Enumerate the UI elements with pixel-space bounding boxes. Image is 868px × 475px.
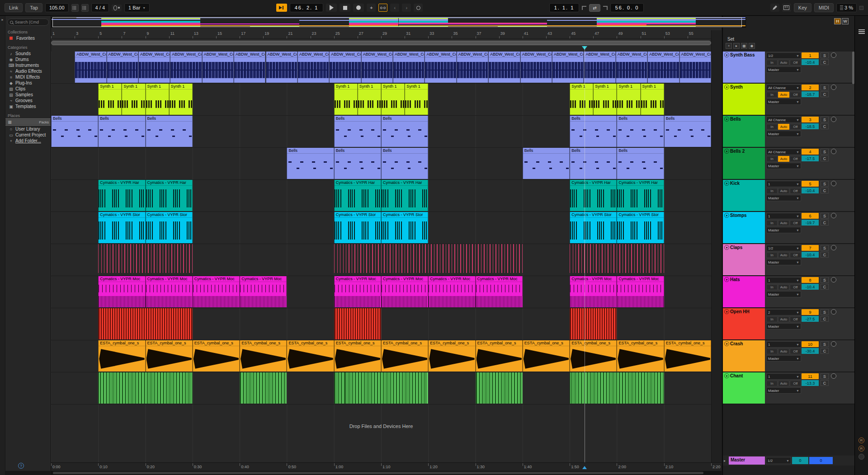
track-header-row[interactable]: ▾BellsAll Channe▼InAutoOffMaster▼3-18.5S… xyxy=(723,116,854,148)
monitor-auto-button[interactable]: Auto xyxy=(778,124,789,130)
master-track-row[interactable]: ▸ Master 1/2▼ 0 0 xyxy=(723,456,854,466)
follow-button[interactable] xyxy=(276,4,287,12)
input-routing-select[interactable]: 1/2▼ xyxy=(766,52,801,59)
monitor-auto-button[interactable]: Auto xyxy=(778,60,789,66)
clip[interactable]: Cymatics - VYPR Moc xyxy=(476,276,523,307)
clip[interactable] xyxy=(570,244,664,275)
time-signature-display[interactable]: 4 / 4 xyxy=(91,3,109,12)
clip[interactable]: Bells xyxy=(617,148,664,179)
track-lane-synth-bass[interactable]: ABDW_West_Coast_ABDW_West_Coast_ABDW_Wes… xyxy=(51,52,711,84)
arm-record-button[interactable] xyxy=(831,373,836,379)
scrollbar-handle[interactable] xyxy=(53,472,703,474)
master-routing-select[interactable]: 1/2▼ xyxy=(766,457,791,464)
pan-knob[interactable]: C xyxy=(821,316,829,322)
clip[interactable]: Synth 1 xyxy=(405,84,428,115)
track-name-cell[interactable]: ▾Chant xyxy=(723,372,765,404)
track-header-row[interactable]: ▾Claps1/2▼InAutoOffMaster▼7-10.4SC xyxy=(723,244,854,276)
monitor-off-button[interactable]: Off xyxy=(790,92,801,98)
clip[interactable]: Bells xyxy=(570,116,617,147)
nudge-up-button[interactable] xyxy=(81,4,89,12)
clip[interactable]: ESTA_cymbal_one_s xyxy=(146,340,193,372)
arm-record-button[interactable] xyxy=(831,277,836,282)
track-volume-value[interactable]: -18.7 xyxy=(802,91,819,97)
track-name-cell[interactable]: ▾Claps xyxy=(723,244,765,275)
solo-button[interactable]: S xyxy=(821,341,829,347)
output-routing-select[interactable]: Master▼ xyxy=(766,66,801,73)
clip[interactable] xyxy=(334,372,429,404)
monitor-off-button[interactable]: Off xyxy=(790,284,801,290)
clip[interactable]: Bells xyxy=(570,148,617,179)
arm-record-button[interactable] xyxy=(831,309,836,315)
master-unfold-icon[interactable]: ▸ xyxy=(724,459,728,463)
clip[interactable]: Synth 1 xyxy=(98,84,122,115)
track-name-cell[interactable]: ▾Crash xyxy=(723,340,765,372)
clip[interactable]: ABDW_West_Coast_ xyxy=(297,52,329,83)
output-routing-select[interactable]: Master▼ xyxy=(766,227,801,233)
monitor-in-button[interactable]: In xyxy=(766,188,778,194)
clip[interactable]: Cymatics - VYPR Moc xyxy=(146,276,193,307)
clip[interactable]: ESTA_cymbal_one_s xyxy=(476,340,523,372)
pan-knob[interactable]: C xyxy=(821,155,829,161)
clip[interactable]: Synth 1 xyxy=(122,84,145,115)
arm-record-button[interactable] xyxy=(831,245,836,250)
clip[interactable]: Cymatics - VYPR Har xyxy=(381,180,428,211)
monitor-in-button[interactable]: In xyxy=(766,252,778,258)
sidebar-item-audio-effects[interactable]: ≈Audio Effects xyxy=(5,68,51,74)
computer-midi-keyboard-button[interactable] xyxy=(782,4,791,12)
track-lane-crash[interactable]: ESTA_cymbal_one_sESTA_cymbal_one_sESTA_c… xyxy=(51,340,711,372)
track-name-cell[interactable]: ▾Kick xyxy=(723,180,765,211)
monitor-off-button[interactable]: Off xyxy=(790,252,801,258)
clip[interactable]: Synth 1 xyxy=(570,84,593,115)
clip[interactable]: ABDW_West_Coast_ xyxy=(329,52,361,83)
key-map-button[interactable]: Key xyxy=(794,3,811,12)
clip[interactable]: Synth 1 xyxy=(381,84,405,115)
browser-collapse-strip[interactable]: ▸ xyxy=(0,16,5,475)
clip[interactable]: ABDW_West_Coast_ xyxy=(107,52,138,83)
input-routing-select[interactable]: All Channe▼ xyxy=(766,85,801,91)
sidebar-item-clips[interactable]: ▧Clips xyxy=(5,86,51,92)
clip[interactable]: Synth 1 xyxy=(641,84,664,115)
track-volume-value[interactable]: -10.4 xyxy=(802,188,819,193)
beat-time-ruler[interactable]: 1357911131517192123252729313335373941434… xyxy=(51,30,711,39)
sidebar-item-grooves[interactable]: ~Grooves xyxy=(5,98,51,103)
reenable-automation-button[interactable]: ‹ xyxy=(390,4,399,12)
clip[interactable]: Bells xyxy=(334,116,381,147)
arm-record-button[interactable] xyxy=(831,341,836,347)
clip[interactable]: ABDW_West_Coast_ xyxy=(266,52,297,83)
clip[interactable]: ABDW_West_Coast_ xyxy=(170,52,202,83)
input-routing-select[interactable]: All Channe▼ xyxy=(766,117,801,123)
clip[interactable]: Bells xyxy=(664,116,711,147)
clip[interactable]: ABDW_West_Coast_ xyxy=(75,52,106,83)
pan-knob[interactable]: C xyxy=(821,123,829,129)
track-lane-chant[interactable] xyxy=(51,372,711,404)
clip[interactable]: Bells xyxy=(51,116,98,147)
pan-knob[interactable]: C xyxy=(821,91,829,97)
clip[interactable]: Cymatics - VYPR Stor xyxy=(146,212,193,243)
sidebar-item-current-project[interactable]: ▭Current Project xyxy=(5,132,51,138)
clip[interactable]: ABDW_West_Coast_ xyxy=(520,52,552,83)
arm-record-button[interactable] xyxy=(831,181,836,186)
track-volume-value[interactable]: -10.4 xyxy=(802,284,819,290)
arrangement-overview[interactable] xyxy=(51,17,746,28)
metronome-button[interactable] xyxy=(112,5,122,11)
browser-search[interactable] xyxy=(7,19,49,26)
track-volume-value[interactable]: -10.4 xyxy=(802,252,819,258)
punch-out-button[interactable] xyxy=(603,6,608,10)
clip[interactable]: ESTA_cymbal_one_s xyxy=(287,340,334,372)
clip[interactable]: Cymatics - VYPR Har xyxy=(617,180,664,211)
clip[interactable]: Cymatics - VYPR Stor xyxy=(334,212,381,243)
input-routing-select[interactable]: All Channe▼ xyxy=(766,149,801,155)
clip[interactable]: ABDW_West_Coast_ xyxy=(679,52,711,83)
clip[interactable]: ABDW_West_Coast_ xyxy=(584,52,615,83)
clip[interactable]: ESTA_cymbal_one_s xyxy=(428,340,475,372)
sidebar-item-user-library[interactable]: ○User Library xyxy=(5,126,51,132)
solo-button[interactable]: S xyxy=(821,245,829,251)
monitor-in-button[interactable]: In xyxy=(766,381,778,386)
input-routing-select[interactable]: 1▼ xyxy=(766,181,801,187)
clip[interactable]: Bells xyxy=(617,116,664,147)
clip[interactable]: Cymatics - VYPR Moc xyxy=(240,276,287,307)
clip[interactable]: Synth 1 xyxy=(358,84,381,115)
arrow-icon[interactable]: ▸ xyxy=(733,43,740,49)
output-routing-select[interactable]: Master▼ xyxy=(766,355,801,362)
monitor-in-button[interactable]: In xyxy=(766,124,778,130)
